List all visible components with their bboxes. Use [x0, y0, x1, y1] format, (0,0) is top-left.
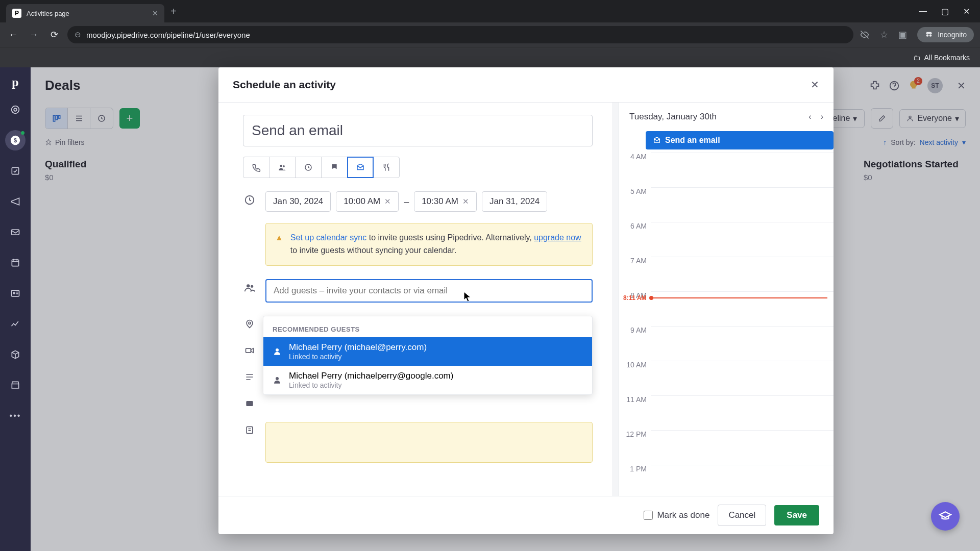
schedule-activity-modal: Schedule an activity ✕	[218, 67, 834, 534]
minimize-icon[interactable]: —	[919, 7, 927, 16]
suggestions-header: RECOMMENDED GUESTS	[263, 321, 592, 337]
folder-icon: 🗀	[913, 54, 920, 62]
nav-mail-icon[interactable]	[5, 222, 26, 242]
guests-row	[243, 279, 593, 303]
calendar-grid[interactable]: 4 AM 5 AM 6 AM 7 AM 8 AM 8:11 AM 9 AM 10…	[619, 153, 834, 496]
nav-insights-icon[interactable]	[5, 314, 26, 334]
guest-suggestions: RECOMMENDED GUESTS Michael Perry (michae…	[263, 316, 593, 395]
app-root: p $ ••• Deals 2 ST ✕	[0, 67, 980, 551]
type-meeting-button[interactable]	[269, 157, 296, 178]
guests-input[interactable]	[265, 279, 593, 303]
star-icon[interactable]: ☆	[880, 29, 888, 40]
now-time-label: 8:11 AM	[623, 294, 647, 302]
svg-point-10	[13, 292, 15, 294]
svg-point-21	[247, 284, 250, 287]
close-window-icon[interactable]: ✕	[963, 7, 970, 16]
calendar-header: Tuesday, January 30th ‹ ›	[619, 103, 834, 131]
calendar-event-pill[interactable]: Send an email	[646, 131, 834, 149]
svg-point-2	[12, 106, 19, 114]
new-tab-button[interactable]: +	[170, 6, 177, 17]
type-lunch-button[interactable]	[373, 157, 400, 178]
busy-row	[243, 395, 593, 409]
suggestion-item[interactable]: Michael Perry (michaelperry@google.com) …	[263, 366, 592, 394]
prev-day-button[interactable]: ‹	[808, 112, 811, 121]
calendar-date-label: Tuesday, January 30th	[629, 112, 717, 122]
person-icon	[273, 375, 282, 385]
bookmarks-label[interactable]: All Bookmarks	[924, 54, 970, 62]
description-icon	[243, 369, 256, 382]
close-tab-icon[interactable]: ✕	[152, 9, 158, 17]
reload-icon[interactable]: ⟳	[47, 29, 61, 40]
modal-body: Jan 30, 2024 10:00 AM✕ – 10:30 AM✕ Jan 3…	[218, 103, 834, 496]
incognito-badge[interactable]: Incognito	[917, 27, 974, 42]
start-date-input[interactable]: Jan 30, 2024	[265, 191, 331, 212]
nav-marketplace-icon[interactable]	[5, 375, 26, 395]
svg-rect-26	[246, 348, 251, 352]
address-bar[interactable]: ⊖ moodjoy.pipedrive.com/pipeline/1/user/…	[67, 26, 853, 43]
svg-point-18	[283, 165, 285, 167]
clear-icon[interactable]: ✕	[462, 197, 469, 206]
type-task-button[interactable]	[295, 157, 322, 178]
tab-favicon: P	[12, 9, 21, 18]
svg-point-17	[280, 165, 283, 167]
clear-icon[interactable]: ✕	[384, 197, 391, 206]
nav-campaigns-icon[interactable]	[5, 191, 26, 212]
calendar-sync-link[interactable]: Set up calendar sync	[290, 233, 366, 242]
svg-point-1	[929, 34, 932, 37]
activity-title-input[interactable]	[243, 115, 593, 146]
eye-off-icon[interactable]	[860, 30, 870, 40]
person-icon	[273, 347, 282, 356]
svg-point-22	[251, 285, 253, 287]
address-actions: ☆ ▣ Incognito	[860, 27, 974, 42]
guests-icon	[243, 279, 256, 303]
maximize-icon[interactable]: ▢	[941, 7, 949, 16]
browser-tab[interactable]: P Activities page ✕	[6, 4, 164, 22]
panel-icon[interactable]: ▣	[898, 29, 907, 40]
upgrade-link[interactable]: upgrade now	[534, 233, 581, 242]
url-text: moodjoy.pipedrive.com/pipeline/1/user/ev…	[86, 31, 250, 39]
svg-rect-7	[12, 230, 19, 235]
warning-icon: ▲	[275, 232, 283, 257]
back-icon[interactable]: ←	[6, 30, 20, 40]
left-nav: p $ •••	[0, 67, 31, 551]
bookmarks-bar: 🗀 All Bookmarks	[0, 47, 980, 67]
cancel-button[interactable]: Cancel	[718, 505, 766, 526]
form-scrollbar[interactable]	[612, 103, 619, 496]
start-time-input[interactable]: 10:00 AM✕	[336, 191, 399, 212]
type-deadline-button[interactable]	[321, 157, 348, 178]
nav-activities-icon[interactable]	[5, 161, 26, 181]
type-email-button[interactable]	[347, 157, 374, 178]
mark-done-checkbox[interactable]: Mark as done	[644, 510, 709, 520]
notes-icon	[243, 422, 256, 463]
nav-deals-icon[interactable]: $	[5, 130, 26, 151]
browser-chrome: P Activities page ✕ + — ▢ ✕ ← → ⟳ ⊖ mood…	[0, 0, 980, 67]
nav-products-icon[interactable]	[5, 344, 26, 365]
notes-textarea[interactable]	[265, 422, 593, 463]
nav-contacts-icon[interactable]	[5, 283, 26, 304]
location-icon	[243, 316, 256, 329]
form-column: Jan 30, 2024 10:00 AM✕ – 10:30 AM✕ Jan 3…	[218, 103, 612, 496]
app-logo[interactable]: p	[12, 76, 18, 89]
calendar-column: Tuesday, January 30th ‹ › Send an email …	[619, 103, 834, 496]
modal-title: Schedule an activity	[233, 79, 336, 91]
notes-row	[243, 422, 593, 463]
type-call-button[interactable]	[243, 157, 270, 178]
close-modal-icon[interactable]: ✕	[811, 79, 819, 91]
academy-fab[interactable]	[931, 502, 960, 531]
svg-point-3	[14, 108, 17, 111]
nav-calendar-icon[interactable]	[5, 253, 26, 273]
save-button[interactable]: Save	[774, 505, 819, 525]
end-time-input[interactable]: 10:30 AM✕	[414, 191, 477, 212]
suggestion-item[interactable]: Michael Perry (michael@perry.com) Linked…	[263, 337, 592, 366]
address-bar-row: ← → ⟳ ⊖ moodjoy.pipedrive.com/pipeline/1…	[0, 22, 980, 47]
video-icon	[243, 342, 256, 356]
tab-bar: P Activities page ✕ + — ▢ ✕	[0, 0, 980, 22]
site-info-icon[interactable]: ⊖	[75, 30, 81, 39]
nav-target-icon[interactable]	[5, 99, 26, 120]
forward-icon[interactable]: →	[27, 30, 41, 40]
next-day-button[interactable]: ›	[821, 112, 823, 121]
nav-more-icon[interactable]: •••	[5, 406, 26, 426]
modal-header: Schedule an activity ✕	[218, 67, 834, 103]
end-date-input[interactable]: Jan 31, 2024	[482, 191, 547, 212]
svg-point-25	[249, 322, 251, 324]
